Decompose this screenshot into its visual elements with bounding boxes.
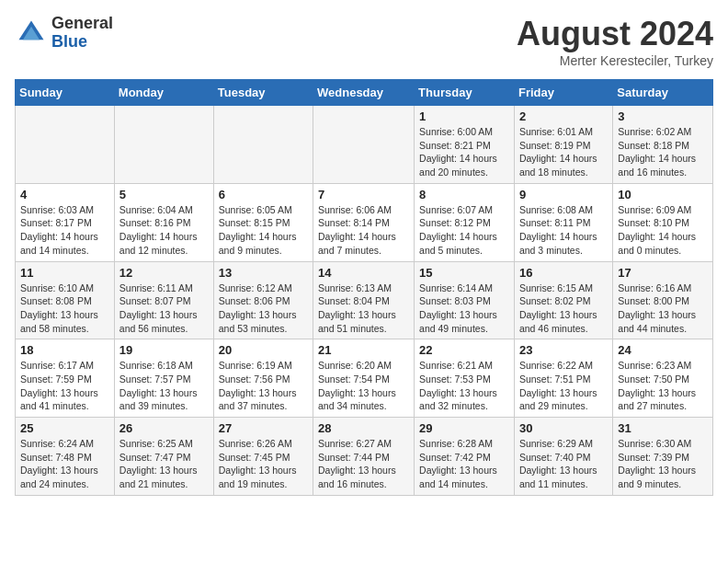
calendar-cell: 31Sunrise: 6:30 AM Sunset: 7:39 PM Dayli… <box>613 418 713 496</box>
calendar-cell: 16Sunrise: 6:15 AM Sunset: 8:02 PM Dayli… <box>514 261 612 339</box>
day-number: 6 <box>219 188 308 201</box>
calendar-cell: 30Sunrise: 6:29 AM Sunset: 7:40 PM Dayli… <box>514 418 612 496</box>
day-info: Sunrise: 6:00 AM Sunset: 8:21 PM Dayligh… <box>419 125 509 179</box>
day-number: 18 <box>20 343 109 357</box>
day-info: Sunrise: 6:30 AM Sunset: 7:39 PM Dayligh… <box>618 437 708 491</box>
calendar-cell <box>114 106 213 184</box>
day-info: Sunrise: 6:12 AM Sunset: 8:06 PM Dayligh… <box>219 282 308 336</box>
calendar-cell: 25Sunrise: 6:24 AM Sunset: 7:48 PM Dayli… <box>16 418 115 496</box>
calendar-cell: 23Sunrise: 6:22 AM Sunset: 7:51 PM Dayli… <box>514 339 612 418</box>
day-info: Sunrise: 6:27 AM Sunset: 7:44 PM Dayligh… <box>318 437 409 491</box>
calendar-cell: 1Sunrise: 6:00 AM Sunset: 8:21 PM Daylig… <box>415 106 515 184</box>
column-header-friday: Friday <box>514 80 612 106</box>
day-number: 31 <box>618 421 708 435</box>
day-info: Sunrise: 6:03 AM Sunset: 8:17 PM Dayligh… <box>20 203 109 258</box>
day-info: Sunrise: 6:25 AM Sunset: 7:47 PM Dayligh… <box>119 437 209 491</box>
day-info: Sunrise: 6:06 AM Sunset: 8:14 PM Dayligh… <box>318 203 409 258</box>
calendar-cell: 24Sunrise: 6:23 AM Sunset: 7:50 PM Dayli… <box>613 339 713 418</box>
day-number: 24 <box>618 343 708 357</box>
day-number: 14 <box>318 266 409 280</box>
calendar-cell: 11Sunrise: 6:10 AM Sunset: 8:08 PM Dayli… <box>16 261 115 339</box>
calendar-cell: 6Sunrise: 6:05 AM Sunset: 8:15 PM Daylig… <box>213 183 313 261</box>
calendar-cell: 7Sunrise: 6:06 AM Sunset: 8:14 PM Daylig… <box>313 183 415 261</box>
logo-general: General <box>51 14 113 32</box>
day-info: Sunrise: 6:29 AM Sunset: 7:40 PM Dayligh… <box>519 437 608 491</box>
day-number: 27 <box>219 421 308 435</box>
calendar-cell: 10Sunrise: 6:09 AM Sunset: 8:10 PM Dayli… <box>613 183 713 261</box>
day-info: Sunrise: 6:22 AM Sunset: 7:51 PM Dayligh… <box>519 359 608 413</box>
day-number: 1 <box>419 109 509 123</box>
logo-blue: Blue <box>51 32 87 51</box>
day-number: 20 <box>219 343 308 357</box>
day-number: 10 <box>618 188 708 201</box>
calendar-cell: 8Sunrise: 6:07 AM Sunset: 8:12 PM Daylig… <box>415 183 515 261</box>
day-info: Sunrise: 6:15 AM Sunset: 8:02 PM Dayligh… <box>519 282 608 336</box>
calendar-week-row: 4Sunrise: 6:03 AM Sunset: 8:17 PM Daylig… <box>16 183 713 261</box>
day-number: 12 <box>119 266 209 280</box>
day-info: Sunrise: 6:14 AM Sunset: 8:03 PM Dayligh… <box>419 282 509 336</box>
calendar-cell: 22Sunrise: 6:21 AM Sunset: 7:53 PM Dayli… <box>415 339 515 418</box>
logo: General Blue <box>15 15 113 52</box>
title-area: August 2024 Merter Keresteciler, Turkey <box>517 15 713 68</box>
day-number: 2 <box>519 109 608 123</box>
day-number: 4 <box>20 188 109 201</box>
day-info: Sunrise: 6:11 AM Sunset: 8:07 PM Dayligh… <box>119 282 209 336</box>
day-number: 17 <box>618 266 708 280</box>
day-info: Sunrise: 6:18 AM Sunset: 7:57 PM Dayligh… <box>119 359 209 413</box>
day-info: Sunrise: 6:09 AM Sunset: 8:10 PM Dayligh… <box>618 203 708 258</box>
calendar-week-row: 11Sunrise: 6:10 AM Sunset: 8:08 PM Dayli… <box>16 261 713 339</box>
day-number: 7 <box>318 188 409 201</box>
day-number: 28 <box>318 421 409 435</box>
calendar-cell: 18Sunrise: 6:17 AM Sunset: 7:59 PM Dayli… <box>16 339 115 418</box>
calendar-cell: 17Sunrise: 6:16 AM Sunset: 8:00 PM Dayli… <box>613 261 713 339</box>
calendar-cell: 27Sunrise: 6:26 AM Sunset: 7:45 PM Dayli… <box>213 418 313 496</box>
header: General Blue August 2024 Merter Kerestec… <box>15 15 713 68</box>
logo-icon <box>15 17 48 50</box>
calendar-week-row: 18Sunrise: 6:17 AM Sunset: 7:59 PM Dayli… <box>16 339 713 418</box>
day-info: Sunrise: 6:28 AM Sunset: 7:42 PM Dayligh… <box>419 437 509 491</box>
calendar-header-row: SundayMondayTuesdayWednesdayThursdayFrid… <box>16 80 713 106</box>
calendar-cell: 20Sunrise: 6:19 AM Sunset: 7:56 PM Dayli… <box>213 339 313 418</box>
day-number: 23 <box>519 343 608 357</box>
day-info: Sunrise: 6:20 AM Sunset: 7:54 PM Dayligh… <box>318 359 409 413</box>
column-header-sunday: Sunday <box>16 80 115 106</box>
day-info: Sunrise: 6:17 AM Sunset: 7:59 PM Dayligh… <box>20 359 109 413</box>
day-info: Sunrise: 6:13 AM Sunset: 8:04 PM Dayligh… <box>318 282 409 336</box>
logo-text: General Blue <box>51 15 113 52</box>
calendar-cell: 2Sunrise: 6:01 AM Sunset: 8:19 PM Daylig… <box>514 106 612 184</box>
calendar-cell: 19Sunrise: 6:18 AM Sunset: 7:57 PM Dayli… <box>114 339 213 418</box>
column-header-tuesday: Tuesday <box>213 80 313 106</box>
day-number: 13 <box>219 266 308 280</box>
day-number: 15 <box>419 266 509 280</box>
day-info: Sunrise: 6:16 AM Sunset: 8:00 PM Dayligh… <box>618 282 708 336</box>
day-info: Sunrise: 6:21 AM Sunset: 7:53 PM Dayligh… <box>419 359 509 413</box>
day-info: Sunrise: 6:10 AM Sunset: 8:08 PM Dayligh… <box>20 282 109 336</box>
calendar-cell: 26Sunrise: 6:25 AM Sunset: 7:47 PM Dayli… <box>114 418 213 496</box>
day-number: 5 <box>119 188 209 201</box>
day-info: Sunrise: 6:04 AM Sunset: 8:16 PM Dayligh… <box>119 203 209 258</box>
calendar-cell: 21Sunrise: 6:20 AM Sunset: 7:54 PM Dayli… <box>313 339 415 418</box>
calendar-week-row: 1Sunrise: 6:00 AM Sunset: 8:21 PM Daylig… <box>16 106 713 184</box>
day-info: Sunrise: 6:02 AM Sunset: 8:18 PM Dayligh… <box>618 125 708 179</box>
calendar-cell: 13Sunrise: 6:12 AM Sunset: 8:06 PM Dayli… <box>213 261 313 339</box>
day-info: Sunrise: 6:24 AM Sunset: 7:48 PM Dayligh… <box>20 437 109 491</box>
day-number: 26 <box>119 421 209 435</box>
calendar-cell: 3Sunrise: 6:02 AM Sunset: 8:18 PM Daylig… <box>613 106 713 184</box>
day-info: Sunrise: 6:05 AM Sunset: 8:15 PM Dayligh… <box>219 203 308 258</box>
calendar-cell: 9Sunrise: 6:08 AM Sunset: 8:11 PM Daylig… <box>514 183 612 261</box>
day-number: 9 <box>519 188 608 201</box>
location: Merter Keresteciler, Turkey <box>517 53 713 68</box>
day-number: 25 <box>20 421 109 435</box>
month-year: August 2024 <box>517 15 713 53</box>
day-number: 11 <box>20 266 109 280</box>
day-number: 21 <box>318 343 409 357</box>
day-info: Sunrise: 6:23 AM Sunset: 7:50 PM Dayligh… <box>618 359 708 413</box>
day-number: 29 <box>419 421 509 435</box>
calendar-cell: 5Sunrise: 6:04 AM Sunset: 8:16 PM Daylig… <box>114 183 213 261</box>
calendar-table: SundayMondayTuesdayWednesdayThursdayFrid… <box>15 79 713 496</box>
day-info: Sunrise: 6:19 AM Sunset: 7:56 PM Dayligh… <box>219 359 308 413</box>
column-header-saturday: Saturday <box>613 80 713 106</box>
calendar-cell: 14Sunrise: 6:13 AM Sunset: 8:04 PM Dayli… <box>313 261 415 339</box>
calendar-cell: 4Sunrise: 6:03 AM Sunset: 8:17 PM Daylig… <box>16 183 115 261</box>
day-number: 22 <box>419 343 509 357</box>
